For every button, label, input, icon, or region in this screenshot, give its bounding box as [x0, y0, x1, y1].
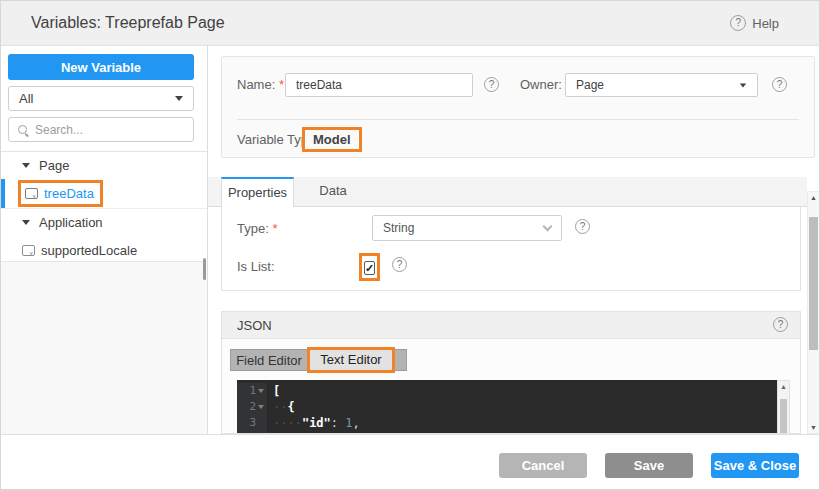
scroll-down-icon[interactable]: ▼	[808, 424, 819, 431]
name-help-icon[interactable]: ?	[484, 77, 499, 92]
dialog-footer: Cancel Save Save & Close	[1, 434, 820, 490]
gutter: 1	[237, 383, 267, 399]
json-header: JSON ?	[222, 312, 800, 339]
whitespace-dots: ····	[273, 416, 302, 430]
tree-group-label: Application	[39, 215, 103, 230]
variable-icon	[25, 188, 38, 199]
gutter: 2	[237, 399, 267, 415]
owner-selected-value: Page	[576, 78, 604, 92]
variables-sidebar: New Variable All Search... Page treeData	[1, 46, 208, 434]
save-button[interactable]: Save	[605, 453, 693, 478]
scroll-up-icon[interactable]: ▲	[778, 383, 789, 390]
variable-filter-select[interactable]: All	[8, 86, 194, 111]
variable-icon	[22, 245, 35, 256]
line-number: 1	[249, 383, 256, 399]
code-line: 1 [	[237, 383, 777, 399]
type-help-icon[interactable]: ?	[575, 219, 590, 234]
tree-item-content: supportedLocale	[18, 240, 143, 261]
help-label: Help	[752, 16, 779, 31]
save-close-button[interactable]: Save & Close	[711, 453, 799, 478]
code-line: 3 ····"id": 1,	[237, 415, 777, 431]
field-editor-button[interactable]: Field Editor	[230, 349, 307, 371]
tree-item-treedata[interactable]: treeData	[1, 179, 207, 209]
caret-down-icon	[22, 220, 30, 225]
dialog-header: Variables: Treeprefab Page ? Help	[1, 1, 820, 46]
properties-panel: Type: * String ? Is List: ✓ ?	[221, 207, 801, 291]
chevron-down-icon	[543, 221, 553, 231]
json-help-icon[interactable]: ?	[773, 317, 788, 332]
annotation-box: ✓	[359, 253, 380, 281]
owner-help-icon[interactable]: ?	[772, 77, 787, 92]
required-asterisk: *	[272, 221, 277, 236]
type-label: Type: *	[237, 221, 277, 236]
token-colon: :	[331, 416, 345, 430]
json-code-editor[interactable]: 1 [ 2 ··{ 3 ····"id": 1, 4 ····"title": …	[237, 380, 777, 434]
scroll-up-icon[interactable]: ▲	[808, 194, 819, 201]
search-icon	[17, 124, 29, 136]
tree-group-label: Page	[39, 158, 69, 173]
json-section: JSON ? Field Editor Text Editor 1 [ 2 ··…	[221, 311, 801, 434]
code-text: ··{	[267, 399, 295, 415]
help-button[interactable]: ? Help	[730, 15, 779, 31]
is-list-help-icon[interactable]: ?	[392, 257, 407, 272]
scrollbar-thumb[interactable]	[809, 217, 818, 350]
caret-down-icon	[740, 83, 746, 87]
token-bracket: [	[273, 384, 280, 398]
cancel-button[interactable]: Cancel	[499, 453, 587, 478]
required-asterisk: *	[279, 77, 284, 92]
token-bracket: {	[287, 400, 294, 414]
type-select[interactable]: String	[372, 215, 562, 241]
name-owner-row: Name: * ? Owner: * Page ?	[222, 73, 814, 97]
form-divider	[237, 119, 799, 120]
editor-scrollbar[interactable]: ▲	[777, 380, 790, 434]
new-variable-button[interactable]: New Variable	[8, 54, 194, 80]
tree-group-page[interactable]: Page	[1, 152, 207, 179]
search-input[interactable]: Search...	[8, 117, 194, 142]
tab-data[interactable]: Data	[308, 177, 358, 207]
scrollbar-thumb[interactable]	[780, 399, 787, 433]
whitespace-dots: ··	[273, 400, 287, 414]
search-placeholder: Search...	[35, 123, 83, 137]
variable-detail-panel: Name: * ? Owner: * Page ? Variable Type:…	[208, 46, 820, 434]
is-list-label: Is List:	[237, 259, 275, 274]
check-icon: ✓	[365, 262, 374, 274]
page-title: Variables: Treeprefab Page	[31, 14, 225, 32]
tab-strip: Properties Data	[208, 177, 807, 207]
text-editor-button[interactable]: Text Editor	[307, 347, 395, 373]
variables-tree: Page treeData Application supportedLocal…	[1, 151, 207, 266]
variables-dialog: Variables: Treeprefab Page ? Help New Va…	[0, 0, 820, 490]
caret-down-icon	[22, 163, 30, 168]
main-scrollbar[interactable]: ▲ ▼	[807, 191, 820, 434]
type-selected-value: String	[383, 221, 414, 235]
help-icon: ?	[730, 15, 746, 31]
tree-item-label: supportedLocale	[41, 243, 137, 258]
owner-label: Owner: *	[520, 73, 571, 97]
variable-type-row: Variable Type: Model	[222, 127, 814, 153]
name-input[interactable]	[285, 73, 473, 97]
caret-down-icon	[175, 96, 183, 101]
tab-properties[interactable]: Properties	[221, 177, 294, 207]
line-number: 2	[249, 399, 256, 415]
owner-select[interactable]: Page	[565, 73, 758, 97]
sidebar-empty-area	[1, 261, 207, 434]
code-line: 2 ··{	[237, 399, 777, 415]
is-list-checkbox[interactable]: ✓	[364, 261, 375, 275]
variable-form-panel: Name: * ? Owner: * Page ? Variable Type:…	[221, 56, 815, 158]
gutter: 3	[237, 415, 267, 431]
editor-mode-toggle: Field Editor Text Editor	[230, 349, 407, 371]
code-text: ····"id": 1,	[267, 415, 360, 431]
toggle-end-cap	[395, 349, 407, 371]
tree-group-application[interactable]: Application	[1, 209, 207, 236]
tree-item-label: treeData	[44, 186, 94, 201]
token-comma: ,	[353, 416, 360, 430]
fold-icon[interactable]	[258, 389, 264, 393]
json-title: JSON	[237, 318, 272, 333]
name-label: Name: *	[237, 73, 284, 97]
token-key: "id"	[302, 416, 331, 430]
fold-icon[interactable]	[258, 405, 264, 409]
token-number: 1	[345, 416, 352, 430]
filter-selected-value: All	[19, 91, 33, 106]
code-text: [	[267, 383, 280, 399]
variable-type-value: Model	[302, 127, 362, 152]
sidebar-scrollbar[interactable]	[203, 258, 206, 280]
